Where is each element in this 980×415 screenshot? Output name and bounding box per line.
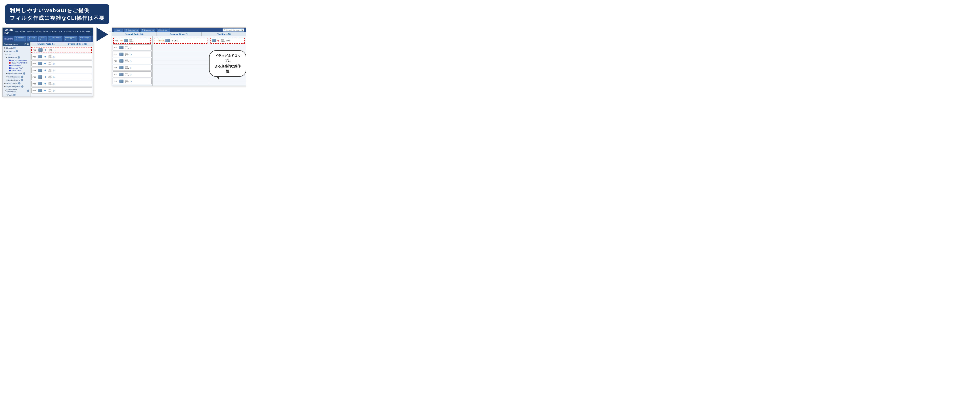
sidebar-item-resources[interactable]: ▶ Resources i xyxy=(3,49,30,53)
r-selected-btn[interactable]: ☐ Selected 0 ▾ xyxy=(124,29,139,32)
right-arrow-icon: ▷ xyxy=(54,76,55,78)
port-card-p04-r[interactable]: P04 10GSFP+ ▷ xyxy=(113,58,152,64)
info-badge: i xyxy=(23,72,25,75)
port-card-p05[interactable]: P05 10GSFP+ ▷ xyxy=(32,74,92,80)
sidebar-item-label: Filter Criteria Collections xyxy=(6,89,26,93)
callout-balloon: ドラッグ＆ドロップに よる直感的な操作性 xyxy=(209,50,246,77)
sidebar-item-label: Inline xyxy=(6,53,11,56)
sidebar-item-customicons[interactable]: ▶ Custom Icons i xyxy=(3,82,30,85)
port-icon xyxy=(38,89,42,92)
nav-objects[interactable]: OBJECTS ▾ xyxy=(51,30,62,33)
filter-icon xyxy=(165,39,170,42)
sidebar-item-toolresources[interactable]: ▶ Tool Resources i xyxy=(3,75,30,78)
sidebar-item-filter[interactable]: ▼ Filter Criteria Collections i xyxy=(3,88,30,93)
right-arrow-icon: ▷ xyxy=(130,46,132,49)
sidebar-sub-label: Cisco FirePOWER xyxy=(11,62,27,64)
nav-system[interactable]: SYSTEM ▾ xyxy=(80,30,91,33)
selected-btn[interactable]: ☐ Selected 0 ▾ xyxy=(48,36,62,41)
port-card-p04[interactable]: P04 10GSFP+ ▷ xyxy=(32,67,92,73)
port-icon xyxy=(119,66,124,69)
search-box[interactable]: ▼ Search the view 🔍 xyxy=(223,29,244,32)
sidebar-item-label: Resources xyxy=(6,50,15,52)
info-badge: i xyxy=(21,85,24,88)
col-network: P01 10GSFP+ P02 10GSFP+ ▷ P03 xyxy=(112,36,153,86)
port-card-p05-r[interactable]: P05 10GSFP+ ▷ xyxy=(113,65,152,71)
sidebar-item-label: Tool Resources xyxy=(8,76,20,78)
port-card-p06-r[interactable]: P06 10GSFP+ ▷ xyxy=(113,72,152,78)
nav-diagram[interactable]: DIAGRAM xyxy=(15,30,25,33)
port-card-p02[interactable]: P02 10GSFP+ ▷ xyxy=(32,54,92,60)
right-arrow-icon: ▷ xyxy=(54,69,55,72)
main-toolbar: Diagram ⚙ Actions ▾ ⊞ View ▾ + Add ▾ ☐ S… xyxy=(3,36,93,42)
right-arrow-icon: ▷ xyxy=(54,89,55,92)
right-arrow-icon: ▷ xyxy=(54,56,55,58)
port-id: P03 xyxy=(114,53,118,56)
info-badge: i xyxy=(13,47,16,49)
port-icon xyxy=(212,39,216,42)
port-id: P04 xyxy=(114,60,118,62)
sidebar-item-public[interactable]: ▶ Public i xyxy=(3,93,30,97)
info-badge: i xyxy=(18,56,20,59)
r-add-btn[interactable]: + Add ▾ xyxy=(114,29,123,32)
left-panel: Vision E40 DIAGRAM INLINE NAVIGATOR OBJE… xyxy=(2,27,93,97)
filter-icon-sm: ▼ xyxy=(224,29,226,31)
r-settings-btn[interactable]: ⚙ Settings ▾ xyxy=(157,29,170,32)
search-icon[interactable]: 🔍 xyxy=(241,29,243,31)
callout-line2: よる直感的な操作性 xyxy=(215,64,241,73)
sidebar-item-templates[interactable]: ▶ Object Templates i xyxy=(3,85,30,88)
tool-port-card-p08[interactable]: 10GSFP+ P08 xyxy=(210,38,245,44)
sidebar-sub-cisco[interactable]: Cisco FirePOWER xyxy=(3,62,30,64)
chevron-down-icon: ▼ xyxy=(5,90,6,92)
filter-card-df1[interactable]: → IP4DA F1 DF1 xyxy=(154,38,207,44)
port-icon xyxy=(38,48,43,52)
sidebar-item-servicechains[interactable]: ▶ Service Chains i xyxy=(3,78,30,82)
chevron-right-icon: ▶ xyxy=(5,82,6,84)
right-arrow-icon: ▷ xyxy=(130,80,132,83)
port-arrow-icon xyxy=(43,76,47,78)
port-card-p06[interactable]: P06 10GSFP+ ▷ xyxy=(32,81,92,87)
view-btn[interactable]: ⊞ View ▾ xyxy=(27,36,37,41)
port-card-p03-r[interactable]: P03 10GSFP+ ▷ xyxy=(113,51,152,57)
port-card-p03[interactable]: P03 10GSFP+ ▷ xyxy=(32,60,92,67)
r-flagged-btn[interactable]: ⚑ Flagged 0 ▾ xyxy=(141,29,155,32)
sidebar-sub-imperva[interactable]: Imperva WAF xyxy=(3,67,30,69)
nav-statistics[interactable]: STATISTICS ▾ xyxy=(64,30,78,33)
info-badge: i xyxy=(13,94,16,96)
port-icon xyxy=(119,73,124,76)
filter-arrow-icon: → IP4DA xyxy=(156,40,165,42)
sidebar-sub-fireeye[interactable]: FireEye NX xyxy=(3,64,30,67)
arrow-shape xyxy=(97,27,108,41)
chevron-down-icon: ▼ xyxy=(5,54,6,55)
settings-btn[interactable]: ⚙ Settings ▾ xyxy=(79,36,91,41)
info-badge: i xyxy=(27,89,29,92)
port-icon xyxy=(38,75,42,79)
nav-navigator[interactable]: NAVIGATOR xyxy=(36,30,48,33)
port-card-p02-r[interactable]: P02 10GSFP+ ▷ xyxy=(113,45,152,51)
dot-icon xyxy=(9,65,11,66)
nav-inline[interactable]: INLINE xyxy=(27,30,34,33)
chevron-right-icon: ▶ xyxy=(6,94,7,96)
sidebar-sub-ixa[interactable]: IXA ThreatARMOR xyxy=(3,59,30,62)
port-card-p01[interactable]: P01 10GSFP+ ▷ xyxy=(32,47,92,53)
port-id: P07 xyxy=(33,89,37,92)
port-card-p07-r[interactable]: P07 10GSFP+ ▷ xyxy=(113,78,152,84)
flagged-btn[interactable]: ⚑ Flagged 0 ▾ xyxy=(64,36,78,41)
content-area: Quick Access ⊟ ⚙ ▶ Chassis i ▶ Resources… xyxy=(3,42,93,97)
sidebar-item-heartbeats[interactable]: ▼ Heartbeats i xyxy=(3,56,30,59)
sidebar-item-chassis[interactable]: ▶ Chassis i xyxy=(3,46,30,49)
sidebar-sub-label: Imperva WAF xyxy=(11,67,23,69)
port-card-p07[interactable]: P07 10GSFP+ ▷ xyxy=(32,87,92,94)
port-arrow-icon xyxy=(43,56,47,58)
network-ports-header: Network Ports (54) xyxy=(30,42,62,46)
right-arrow-icon: ▷ xyxy=(130,53,132,56)
sidebar-item-inline[interactable]: ▼ Inline xyxy=(3,53,30,56)
actions-btn[interactable]: ⚙ Actions ▾ xyxy=(14,36,26,41)
port-card-p01-connected[interactable]: P01 10GSFP+ xyxy=(113,38,151,44)
col-tool: 10GSFP+ P08 ドラッグ＆ドロップに よる直感的な操作性 xyxy=(209,36,246,86)
sidebar-item-bypass[interactable]: ▶ Bypass Port Pairs i xyxy=(3,72,30,75)
port-id: P07 xyxy=(114,80,118,82)
sidebar-icons[interactable]: ⊟ ⚙ xyxy=(24,43,29,45)
add-btn[interactable]: + Add ▾ xyxy=(38,36,47,41)
sidebar-sub-trendmicro[interactable]: Trend Micro xyxy=(3,69,30,72)
right-arrow-icon: ▷ xyxy=(130,73,132,76)
